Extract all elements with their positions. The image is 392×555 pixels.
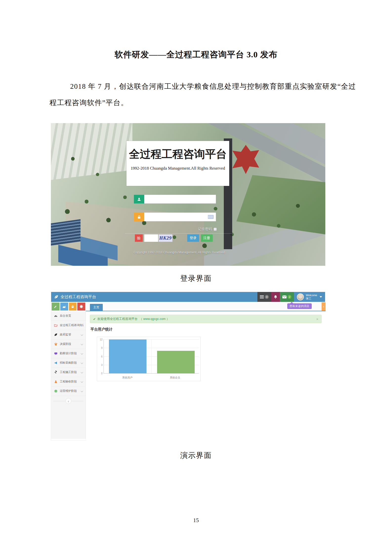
mail-count-badge: 2 — [288, 295, 291, 299]
soft-keyboard-icon[interactable] — [208, 215, 213, 219]
dashboard-screenshot: 全过程工程咨询平台 0 2 Welcome 张三 — [51, 292, 325, 441]
sidebar-item-gov-supervision[interactable]: 政府监管 — [51, 330, 85, 339]
header-actions: 0 2 Welcome 张三 — [257, 292, 325, 302]
captcha-icon: 验 — [135, 234, 143, 242]
username-input[interactable] — [144, 195, 216, 203]
avatar — [297, 293, 304, 300]
stats-title: 平台用户统计 — [90, 327, 113, 332]
sidebar-item-home[interactable]: 后台首页 — [51, 311, 85, 321]
remember-password-checkbox[interactable] — [213, 227, 217, 231]
leaf-icon — [54, 295, 59, 299]
document-page: 软件研发——全过程工程咨询平台 3.0 发布 2018 年 7 月，创达联合河南… — [0, 0, 392, 555]
chevron-down-icon — [81, 362, 83, 364]
gavel-icon — [54, 371, 58, 374]
check-icon: ✔ — [93, 317, 96, 321]
y-axis-tick: 12 — [100, 338, 104, 341]
quick-action-strip — [51, 302, 86, 311]
login-screenshot: 全过程工程咨询平台 1992-2018 Chuangda Management.… — [51, 123, 325, 266]
y-axis-tick: 0 — [101, 372, 104, 375]
dashboard-main: ✔ 欢迎使用全过程工程咨询平台 （ www.qgcgc.com ） × 平台用户… — [86, 311, 326, 441]
list-icon — [260, 295, 264, 298]
bell-icon — [274, 295, 277, 299]
pencil-button[interactable] — [52, 303, 60, 311]
chart-button[interactable] — [60, 303, 68, 311]
dashboard-title: 全过程工程咨询平台 — [61, 294, 96, 300]
lock-icon — [134, 213, 144, 221]
tasks-button[interactable]: 0 — [257, 292, 271, 302]
flask-icon — [54, 380, 58, 383]
leaf-icon — [54, 333, 58, 336]
copyright-text: Copyright 1992-2018 Chuangda Management.… — [125, 251, 234, 254]
sidebar: 后台首页 全过程工程咨询知识库 政府监管 决策阶段 勘察设计阶段 — [51, 311, 86, 439]
display-icon — [54, 352, 58, 355]
sidebar-item-knowledge-base[interactable]: 全过程工程咨询知识库 — [51, 321, 85, 330]
remember-password-row: 记住密码 — [134, 227, 217, 231]
demo-caption: 演示界面 — [0, 450, 392, 461]
chevron-down-icon — [81, 343, 83, 345]
login-caption: 登录界面 — [0, 273, 392, 284]
gridline — [151, 339, 152, 373]
sidebar-collapse-button[interactable]: ‹ — [65, 398, 71, 404]
chart-bar-system-members — [157, 351, 195, 373]
register-button[interactable]: 注册 — [201, 234, 213, 242]
paw-icon — [54, 342, 58, 346]
lock-button[interactable] — [69, 303, 77, 311]
globe-icon — [54, 389, 58, 393]
captcha-input[interactable] — [144, 234, 158, 242]
sidebar-item-acceptance-phase[interactable]: 工程验收阶段 — [51, 377, 85, 386]
gear-icon — [79, 305, 83, 309]
y-axis-tick: 3 — [101, 363, 104, 366]
username-row — [134, 195, 216, 203]
welcome-banner: ✔ 欢迎使用全过程工程咨询平台 （ www.qgcgc.com ） × — [90, 315, 322, 323]
tab-home[interactable]: 主页 — [90, 304, 103, 311]
sidebar-collapse-zone: ‹ — [51, 396, 85, 406]
tasks-count-badge: 0 — [265, 295, 269, 299]
sidebar-item-construction-phase[interactable]: 工程施工阶段 — [51, 368, 85, 377]
x-axis-label: 系统会员 — [151, 376, 199, 379]
user-icon — [134, 195, 144, 203]
chevron-down-icon — [320, 296, 322, 298]
welcome-banner-link[interactable]: （ www.qgcgc.com ） — [139, 317, 169, 321]
chevron-down-icon — [81, 380, 83, 383]
dashboard-icon — [54, 314, 58, 318]
intro-paragraph: 2018 年 7 月，创达联合河南工业大学粮食信息处理与控制教育部重点实验室研发… — [49, 78, 358, 111]
megaphone-icon — [54, 361, 58, 365]
captcha-row: 验 HK29 登录 注册 — [135, 234, 213, 242]
unread-messages-tooltip: 您有未读的消息 — [287, 303, 312, 309]
sidebar-item-operation-phase[interactable]: 运营维护阶段 — [51, 386, 85, 396]
divider — [125, 233, 234, 234]
y-axis-tick: 6 — [101, 355, 104, 358]
captcha-code-image[interactable]: HK29 — [159, 234, 172, 242]
close-icon[interactable]: × — [316, 317, 318, 321]
folder-icon — [54, 324, 58, 327]
notifications-button[interactable] — [271, 292, 280, 302]
brand: 全过程工程咨询平台 — [51, 294, 96, 300]
chevron-down-icon — [81, 390, 83, 392]
cogs-button[interactable] — [77, 303, 85, 311]
envelope-icon — [282, 295, 287, 298]
x-axis-labels: 系统用户 系统会员 — [103, 376, 199, 379]
login-title-panel: 全过程工程咨询平台 1992-2018 Chuangda Management.… — [126, 141, 229, 186]
tab-scroll-button[interactable]: ‹ — [322, 302, 326, 311]
chart-plot-area: 12 9 6 3 0 — [103, 339, 199, 374]
welcome-text: Welcome 张三 — [306, 294, 317, 300]
user-menu[interactable]: Welcome 张三 — [294, 292, 325, 302]
chevron-down-icon — [81, 333, 83, 336]
chart-bar-system-users — [109, 339, 146, 373]
sidebar-item-bidding-phase[interactable]: 招标采购阶段 — [51, 358, 85, 368]
sidebar-item-survey-design-phase[interactable]: 勘察设计阶段 — [51, 349, 85, 358]
y-axis-tick: 9 — [101, 347, 104, 349]
remember-password-label: 记住密码 — [198, 227, 212, 231]
login-panel-title: 全过程工程咨询平台 — [126, 147, 229, 161]
welcome-banner-text: 欢迎使用全过程工程咨询平台 — [97, 317, 138, 321]
x-axis-label: 系统用户 — [103, 376, 151, 379]
password-row — [134, 213, 216, 221]
sidebar-item-decision-phase[interactable]: 决策阶段 — [51, 339, 85, 349]
user-stats-chart: 12 9 6 3 0 系统用户 系统会员 — [97, 337, 201, 381]
chevron-down-icon — [81, 352, 83, 355]
mail-button[interactable]: 2 — [280, 292, 294, 302]
page-title: 软件研发——全过程工程咨询平台 3.0 发布 — [0, 49, 392, 60]
login-button[interactable]: 登录 — [187, 234, 199, 242]
chevron-down-icon — [81, 371, 83, 374]
password-input[interactable] — [144, 213, 216, 221]
